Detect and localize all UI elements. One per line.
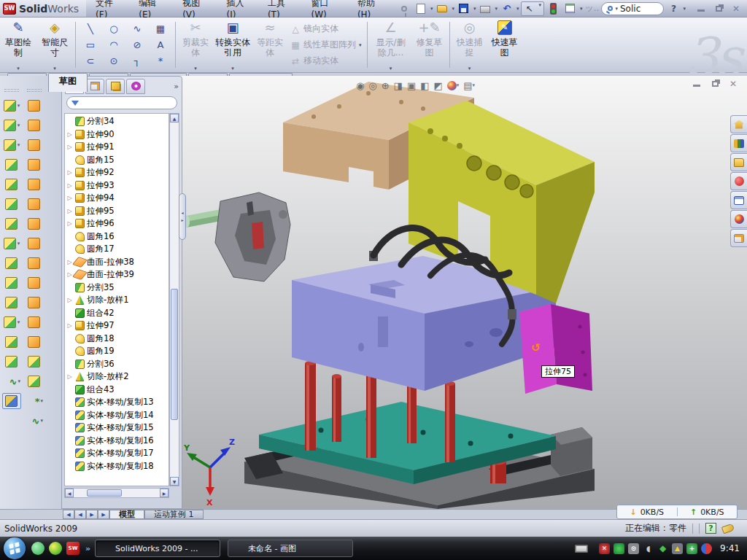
quick-launch-icon[interactable] bbox=[49, 542, 62, 555]
tree-vertical-scrollbar[interactable]: ▲ ▼ bbox=[169, 113, 179, 486]
new-document-icon[interactable] bbox=[414, 2, 428, 15]
close-icon[interactable]: ✕ bbox=[731, 4, 741, 14]
features-tool-icon[interactable] bbox=[2, 157, 21, 173]
display-delete-relations-button[interactable]: ∠ 显示/删除几... ▾ bbox=[370, 18, 412, 72]
dimxpert-manager-tab[interactable] bbox=[126, 79, 145, 94]
expander-icon[interactable] bbox=[66, 182, 73, 189]
tray-utility-icon[interactable]: ⊙ bbox=[628, 543, 639, 554]
tree-item[interactable]: 切除-放样2 bbox=[65, 370, 169, 384]
headsup-icon[interactable]: ⊕ bbox=[382, 80, 390, 91]
sketch-tool-icon[interactable]: ◠ bbox=[103, 36, 125, 52]
tree-item[interactable]: 组合42 bbox=[65, 307, 169, 320]
tree-item[interactable]: 实体-移动/复制18 bbox=[65, 460, 169, 473]
sketch-tool-icon[interactable]: A bbox=[150, 36, 171, 52]
sheet-nav-icon[interactable]: ▶ bbox=[86, 510, 98, 519]
tree-item[interactable]: 实体-移动/复制14 bbox=[65, 409, 169, 422]
expander-icon[interactable] bbox=[66, 195, 73, 201]
messenger-icon[interactable] bbox=[31, 542, 44, 555]
tree-item[interactable]: 实体-移动/复制16 bbox=[65, 435, 169, 448]
headsup-icon[interactable]: ◉ bbox=[356, 80, 364, 91]
features-tool-icon[interactable] bbox=[2, 137, 21, 153]
surfaces-tool-icon[interactable] bbox=[25, 236, 44, 252]
surfaces-tool-icon[interactable] bbox=[25, 216, 44, 232]
tree-item[interactable]: 分割36 bbox=[65, 358, 169, 371]
sketch-tool-icon[interactable]: ┐ bbox=[126, 53, 148, 69]
help-icon[interactable]: ? bbox=[666, 2, 681, 15]
taskpane-view-palette-tab[interactable] bbox=[730, 191, 747, 209]
smart-dimension-button[interactable]: ◈ 智能尺寸 ▾ bbox=[36, 18, 73, 72]
surfaces-tool-icon[interactable] bbox=[25, 255, 44, 271]
undo-icon[interactable]: ↶ bbox=[500, 2, 514, 15]
tree-item[interactable]: 圆角16 bbox=[65, 230, 169, 244]
sheet-nav-icon[interactable]: ▶ bbox=[98, 510, 109, 519]
taskpane-design-library-tab[interactable] bbox=[730, 134, 747, 152]
sketch-tool-icon[interactable]: ⊘ bbox=[126, 36, 148, 52]
scroll-down-icon[interactable]: ▼ bbox=[170, 477, 179, 486]
solidworks-shortcut-icon[interactable]: SW bbox=[66, 542, 80, 555]
tree-item[interactable]: 拉伸90 bbox=[65, 128, 169, 141]
headsup-icon[interactable]: ◎ bbox=[368, 80, 376, 91]
quick-snaps-button[interactable]: ◎ 快速捕捉 ▾ bbox=[452, 18, 487, 72]
restore-icon[interactable] bbox=[713, 4, 724, 14]
menu-item[interactable]: 帮助(H) bbox=[348, 0, 392, 20]
menu-item[interactable]: 视图(V) bbox=[173, 0, 217, 20]
surfaces-tool-icon[interactable] bbox=[25, 295, 44, 311]
features-tool-icon[interactable] bbox=[2, 314, 21, 330]
taskbar-window-button[interactable]: 未命名 - 画图 bbox=[228, 540, 353, 557]
linear-pattern-button[interactable]: ▦线性草图阵列▾ bbox=[290, 39, 362, 51]
panel-splitter-handle[interactable]: ◂▸ bbox=[179, 193, 186, 240]
features-tool-icon[interactable] bbox=[2, 98, 21, 114]
appearance-ball-icon[interactable]: ▾ bbox=[447, 81, 460, 90]
surfaces-tool-icon[interactable] bbox=[25, 157, 44, 173]
sketch-button[interactable]: ✎ 草图绘制 ▾ bbox=[0, 18, 36, 72]
sketch-tool-icon[interactable]: ▭ bbox=[80, 36, 101, 52]
save-icon[interactable] bbox=[457, 2, 471, 15]
convert-entities-button[interactable]: ▣ 转换实体引用 ▾ bbox=[213, 18, 252, 72]
surfaces-tool-icon[interactable] bbox=[25, 354, 44, 370]
features-tool-icon[interactable] bbox=[2, 255, 21, 271]
interference-icon[interactable] bbox=[546, 2, 561, 15]
sketch-tool-icon[interactable]: ○ bbox=[103, 20, 125, 36]
toolbar-grip[interactable] bbox=[27, 89, 42, 92]
surfaces-tool-icon[interactable]: * bbox=[25, 393, 44, 409]
scrollbar-thumb[interactable] bbox=[171, 289, 178, 420]
more-tabs-chevron-icon[interactable]: » bbox=[174, 82, 179, 91]
headsup-icon[interactable]: ◨ bbox=[394, 80, 403, 91]
expander-icon[interactable] bbox=[66, 297, 73, 303]
tree-item[interactable]: 圆角15 bbox=[65, 154, 169, 167]
headsup-icon[interactable]: ◩ bbox=[433, 80, 442, 91]
mirror-entities-button[interactable]: △镜向实体 bbox=[290, 23, 362, 35]
quick-tips-icon[interactable]: ? bbox=[705, 523, 716, 534]
features-tool-icon[interactable] bbox=[2, 117, 21, 133]
features-tool-icon[interactable] bbox=[2, 275, 21, 291]
features-tool-icon[interactable] bbox=[2, 334, 21, 350]
surfaces-tool-icon[interactable] bbox=[25, 137, 44, 153]
menu-item[interactable]: 编辑(E) bbox=[129, 0, 173, 20]
features-tool-icon[interactable]: ∿ bbox=[2, 373, 21, 389]
tree-item[interactable]: 圆角18 bbox=[65, 332, 169, 346]
sync-icon[interactable] bbox=[701, 543, 712, 554]
tree-item[interactable]: 拉伸92 bbox=[65, 166, 169, 179]
tray-app-icon[interactable]: ◆ bbox=[657, 543, 668, 554]
tree-item[interactable]: 拉伸94 bbox=[65, 192, 169, 205]
select-tool[interactable]: ↖▾ bbox=[521, 1, 544, 16]
repair-sketch-button[interactable]: +✎ 修复草图 bbox=[412, 18, 447, 72]
tree-item[interactable]: 拉伸93 bbox=[65, 179, 169, 192]
sheet-nav-icon[interactable]: ◀ bbox=[74, 510, 86, 519]
doc-restore-icon[interactable] bbox=[710, 79, 720, 89]
input-method-icon[interactable] bbox=[575, 545, 588, 553]
features-tool-icon[interactable] bbox=[2, 354, 21, 370]
offset-entities-button[interactable]: ≈ 等距实体 bbox=[252, 18, 287, 72]
toolbar-grip[interactable] bbox=[4, 89, 19, 92]
tree-item[interactable]: 拉伸95 bbox=[65, 205, 169, 218]
menu-item[interactable]: 插入(I) bbox=[217, 0, 258, 20]
menu-item[interactable]: 文件(F) bbox=[86, 0, 129, 20]
taskpane-file-explorer-tab[interactable] bbox=[730, 153, 747, 171]
minimize-icon[interactable] bbox=[696, 4, 706, 14]
expander-icon[interactable] bbox=[66, 144, 73, 150]
features-tool-icon[interactable] bbox=[2, 393, 21, 409]
features-tool-icon[interactable] bbox=[2, 236, 21, 252]
tree-item[interactable]: 实体-移动/复制17 bbox=[65, 447, 169, 460]
sketch-tool-icon[interactable]: ▦ bbox=[150, 20, 171, 36]
search-input[interactable]: Solic bbox=[620, 4, 640, 14]
